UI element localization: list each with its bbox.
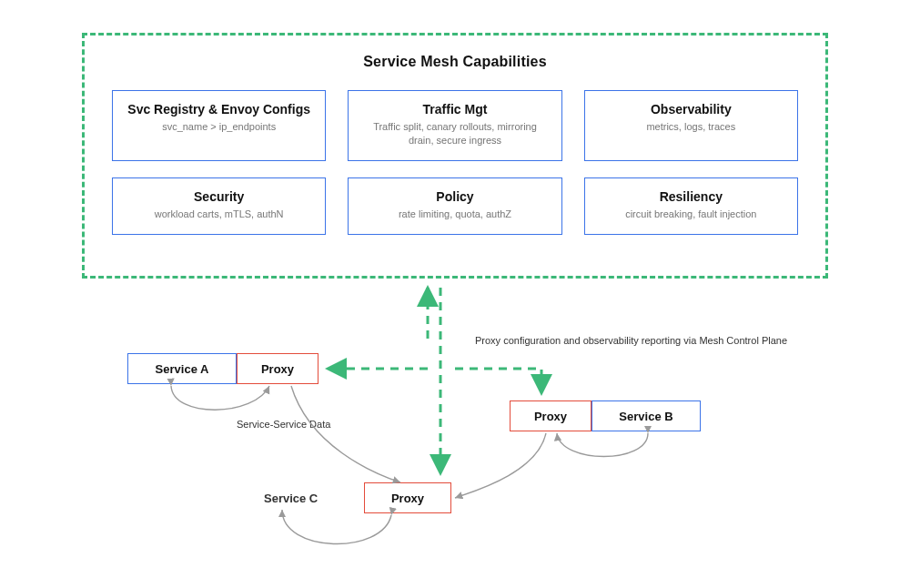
- label-service-c: Service C: [264, 492, 318, 505]
- card-title: Observability: [594, 102, 788, 117]
- service-b-box: Service B: [592, 400, 701, 431]
- card-title: Svc Registry & Envoy Configs: [122, 102, 316, 117]
- card-traffic-mgt: Traffic Mgt Traffic split, canary rollou…: [348, 90, 561, 161]
- card-security: Security workload carts, mTLS, authN: [112, 177, 326, 235]
- card-title: Resiliency: [594, 189, 788, 204]
- card-svc-registry: Svc Registry & Envoy Configs svc_name > …: [112, 90, 326, 161]
- card-observability: Observability metrics, logs, traces: [584, 90, 798, 161]
- proxy-b-box: Proxy: [510, 400, 592, 431]
- link-service-a-proxy-a: [171, 386, 269, 410]
- label-service-data: Service-Service Data: [237, 419, 330, 430]
- card-title: Traffic Mgt: [358, 102, 551, 117]
- card-subtitle: Traffic split, canary rollouts, mirrorin…: [358, 120, 551, 147]
- link-proxy-c-service-c: [282, 510, 391, 544]
- card-subtitle: rate limiting, quota, authZ: [358, 208, 551, 221]
- link-proxy-a-to-proxy-c: [291, 386, 400, 482]
- label-proxy-config: Proxy configuration and observability re…: [475, 335, 787, 346]
- card-title: Security: [122, 189, 316, 204]
- proxy-c-box: Proxy: [364, 482, 451, 513]
- card-title: Policy: [358, 189, 551, 204]
- card-subtitle: workload carts, mTLS, authN: [122, 208, 316, 221]
- service-a-box: Service A: [127, 353, 237, 384]
- mesh-capabilities-panel: Service Mesh Capabilities Svc Registry &…: [82, 33, 828, 279]
- card-policy: Policy rate limiting, quota, authZ: [348, 177, 561, 235]
- arrow-mesh-to-proxy-b: [455, 369, 541, 393]
- card-subtitle: circuit breaking, fault injection: [594, 208, 788, 221]
- card-subtitle: metrics, logs, traces: [594, 120, 788, 134]
- link-proxy-b-to-proxy-c: [455, 433, 546, 498]
- card-subtitle: svc_name > ip_endpoints: [122, 120, 316, 134]
- capability-grid: Svc Registry & Envoy Configs svc_name > …: [112, 90, 798, 235]
- card-resiliency: Resiliency circuit breaking, fault injec…: [584, 177, 798, 235]
- panel-title: Service Mesh Capabilities: [112, 54, 798, 70]
- proxy-a-box: Proxy: [237, 353, 318, 384]
- link-service-b-proxy-b: [557, 433, 648, 457]
